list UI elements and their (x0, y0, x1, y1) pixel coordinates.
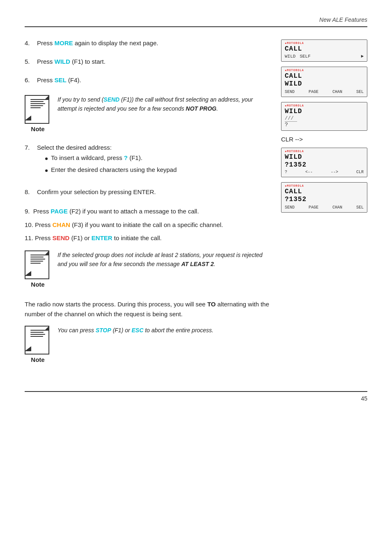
step-9-kw: PAGE (51, 208, 67, 215)
note2-line-3 (30, 259, 45, 259)
radio-display-1-line2: WILD SELF ► (285, 54, 364, 59)
radio-1-arrow: ► (361, 54, 364, 59)
radio-display-5-line1: CALL (285, 188, 364, 196)
note-2-label: Note (25, 281, 51, 288)
r2-send: SEND (285, 90, 295, 94)
step-5: 5. Press WILD (F1) to start. (25, 58, 273, 65)
r5-page: PAGE (309, 205, 318, 210)
left-column: 4. Press MORE again to display the next … (25, 39, 273, 375)
r2-chan: CHAN (332, 90, 342, 94)
note-2-icon-corner (44, 250, 49, 255)
step-6-number: 6. (25, 76, 37, 83)
step-5-number: 5. (25, 58, 37, 65)
step-10: 10. Press CHAN (F3) if you want to initi… (25, 220, 273, 230)
r4-q: ? (285, 170, 287, 174)
step-4: 4. Press MORE again to display the next … (25, 39, 273, 46)
note-3-stop-kw: STOP (96, 327, 111, 334)
page-footer: 45 (25, 391, 367, 402)
radio-display-3-line1: WILD (285, 108, 364, 116)
note-3-label: Note (25, 356, 51, 363)
step-11-text-mid: (F1) or (69, 234, 91, 241)
radio-display-5: ●MOTOROLA CALL ?1352 SEND PAGE CHAN SEL (281, 182, 367, 212)
radio-display-3: ●MOTOROLA WILD /// ? (281, 102, 367, 131)
note-3-icon-corner (44, 326, 49, 331)
page-number: 45 (361, 395, 367, 402)
note-2-text: If the selected group does not include a… (58, 250, 273, 269)
main-content: 4. Press MORE again to display the next … (25, 39, 367, 375)
note-1-icon-container: Note (25, 95, 51, 132)
note3-line-4 (30, 336, 43, 337)
step-11-num: 11. Press (25, 234, 53, 241)
radio-display-1: ●MOTOROLA CALL WILD SELF ► (281, 39, 367, 62)
note-icon-arrow (25, 116, 31, 120)
step-11: 11. Press SEND (F1) or ENTER to initiate… (25, 234, 273, 243)
step-10-text: (F3) if you want to initiate the call on… (70, 221, 223, 228)
radio-display-2: ●MOTOROLA CALL WILD SEND PAGE CHAN SEL (281, 67, 367, 97)
note-1-send-kw: SEND (104, 96, 120, 103)
r5-sel: SEL (356, 205, 364, 210)
step-10-num: 10. Press (25, 221, 53, 228)
radio-1-self: SELF (300, 54, 310, 59)
step-8-text: Confirm your selection by pressing ENTER… (37, 188, 156, 195)
note2-line-4 (30, 261, 43, 262)
note-icon-lines (27, 97, 47, 108)
step-6-keyword: SEL (55, 76, 67, 83)
note-1-text: If you try to send (SEND (F1)) the call … (58, 95, 273, 114)
radio-1-wild: WILD (285, 54, 295, 59)
body-paragraph: The radio now starts the process. During… (25, 299, 273, 319)
note2-line-5 (30, 263, 41, 264)
bullet-dot-1 (45, 158, 48, 160)
note-line-5 (30, 107, 41, 108)
note3-line-1 (30, 330, 45, 331)
step-11-kw1: SEND (53, 234, 70, 241)
radio-display-4: ●MOTOROLA WILD ?1352 ? <-- --> CLR (281, 148, 367, 177)
radio-display-4-line2: ?1352 (285, 161, 364, 169)
r5-chan: CHAN (332, 205, 342, 210)
note-line-2 (30, 101, 44, 102)
page-title: New ALE Features (319, 16, 367, 23)
step-5-content: Press WILD (F1) to start. (37, 58, 273, 65)
r2-sel: SEL (356, 90, 364, 94)
note-icon-corner (44, 95, 49, 100)
step-4-text-after: again to display the next page. (73, 39, 159, 46)
note-2-atleast: AT LEAST 2 (181, 261, 214, 267)
radio-logo-4: ●MOTOROLA (285, 150, 364, 153)
radio-display-2-bottom: SEND PAGE CHAN SEL (285, 90, 364, 94)
step-4-text-before: Press (37, 39, 55, 46)
radio-logo-1: ●MOTOROLA (285, 42, 364, 45)
step-4-content: Press MORE again to display the next pag… (37, 39, 273, 46)
r2-page: PAGE (309, 90, 318, 94)
note-3-icon-arrow (25, 346, 31, 351)
step-7-bullet-2-text: Enter the desired characters using the k… (51, 165, 177, 175)
radio-display-5-line2: ?1352 (285, 196, 364, 204)
note-3-esc-kw: ESC (131, 327, 143, 334)
step-6-text-before: Press (37, 76, 55, 83)
radio-display-3-line4: ? (285, 122, 364, 128)
note-1-label: Note (25, 125, 51, 132)
note-line-3 (30, 103, 45, 104)
note-line-1 (30, 99, 45, 100)
note-1: Note If you try to send (SEND (F1)) the … (25, 95, 273, 132)
radio-display-4-bottom: ? <-- --> CLR (285, 170, 364, 174)
step-9: 9. Press PAGE (F2) if you want to attach… (25, 207, 273, 216)
radio-display-2-line1: CALL (285, 72, 364, 80)
step-8-content: Confirm your selection by pressing ENTER… (37, 188, 273, 195)
note3-line-2 (30, 332, 44, 333)
step-7-wildcard-kw: ? (124, 154, 128, 161)
step-6-content: Press SEL (F4). (37, 76, 273, 83)
note2-line-1 (30, 255, 45, 255)
step-9-num: 9. Press (25, 208, 51, 215)
step-8-number: 8. (25, 188, 37, 195)
r5-send: SEND (285, 205, 295, 210)
step-7-bullets: To insert a wildcard, press ? (F1). Ente… (45, 153, 273, 174)
radio-display-1-line1: CALL (285, 45, 364, 53)
step-6-text-after: (F4). (67, 76, 81, 83)
page-header: New ALE Features (25, 16, 367, 27)
step-8: 8. Confirm your selection by pressing EN… (25, 188, 273, 195)
page-container: New ALE Features 4. Press MORE again to … (0, 0, 392, 426)
note-2-icon-lines (27, 253, 47, 264)
step-4-keyword: MORE (55, 39, 73, 46)
step-11-kw2: ENTER (92, 234, 113, 241)
step-7-text: Select the desired address: (37, 144, 112, 151)
note-2-icon (25, 250, 49, 279)
